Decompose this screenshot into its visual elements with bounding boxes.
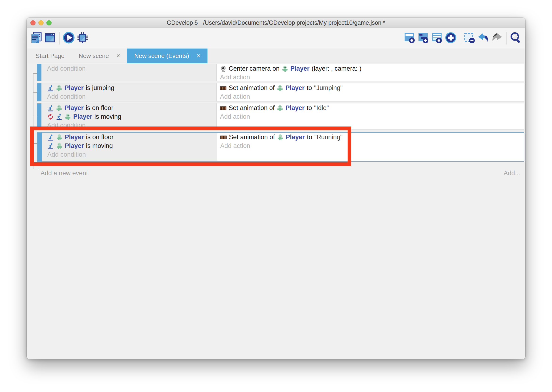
action-text: to (307, 104, 312, 112)
undo-button[interactable] (476, 31, 490, 45)
tree-line (33, 73, 37, 74)
add-condition-button[interactable]: Add condition (47, 92, 216, 101)
conditions-column: Add condition (41, 64, 217, 81)
search-button[interactable] (509, 31, 523, 45)
events-sheet: Add condition Center camera on (27, 63, 525, 359)
event-row[interactable]: Player is on floor (37, 103, 524, 130)
tab-label: New scene (79, 52, 109, 60)
add-event-button[interactable] (403, 31, 417, 45)
platformer-icon (47, 105, 54, 112)
scene-editor-icon (44, 32, 56, 45)
event-drag-handle[interactable] (37, 64, 41, 81)
platformer-icon (56, 113, 62, 120)
condition-text: is on floor (86, 104, 113, 112)
object-name: Player (290, 65, 310, 72)
project-manager-button[interactable] (29, 31, 43, 45)
events-footer: Add a new event Add... (41, 169, 520, 178)
debug-icon (76, 32, 89, 45)
toolbar-separator (59, 32, 60, 44)
event-row[interactable]: Add condition Center camera on (37, 64, 524, 81)
tab-label: New scene (Events) (134, 52, 189, 60)
add-comment-button[interactable] (430, 31, 444, 45)
toolbar-separator (460, 32, 460, 44)
tab-label: Start Page (35, 52, 64, 60)
scene-editor-button[interactable] (43, 31, 57, 45)
action-text: Set animation of (229, 104, 275, 112)
add-subevent-icon (417, 32, 429, 45)
window-title: GDevelop 5 - /Users/david/Documents/GDev… (27, 18, 525, 28)
toolbar-separator (506, 32, 507, 44)
condition-line[interactable]: Player is jumping (47, 84, 216, 92)
action-text: Center camera on (229, 65, 280, 72)
condition-text: is jumping (86, 84, 114, 92)
close-icon[interactable]: × (116, 52, 120, 60)
action-text: Set animation of (229, 84, 275, 92)
project-manager-icon (30, 32, 42, 45)
toolbar (27, 28, 525, 49)
debug-button[interactable] (76, 31, 89, 45)
object-name: Player (73, 113, 92, 120)
action-line[interactable]: Set animation of Player to "Idle" (220, 104, 524, 112)
event-drag-handle[interactable] (37, 103, 41, 129)
search-icon (510, 32, 522, 45)
player-icon (277, 105, 283, 112)
object-name: Player (285, 84, 304, 92)
add-condition-button[interactable]: Add condition (47, 64, 216, 73)
delete-selection-button[interactable] (463, 31, 476, 45)
player-icon (64, 113, 71, 120)
object-name: Player (64, 104, 84, 112)
add-action-button[interactable]: Add action (220, 112, 524, 121)
redo-icon (491, 32, 503, 45)
undo-icon (477, 32, 489, 45)
tab-start-page[interactable]: Start Page (28, 49, 72, 63)
titlebar[interactable]: GDevelop 5 - /Users/david/Documents/GDev… (27, 18, 525, 28)
tab-new-scene[interactable]: New scene × (72, 49, 127, 63)
add-more-button[interactable] (444, 31, 458, 45)
close-icon[interactable]: × (197, 52, 200, 60)
add-new-event-button[interactable]: Add a new event (41, 170, 88, 177)
object-name: Player (64, 84, 84, 92)
action-line[interactable]: Set animation of Player to "Jumpi (220, 84, 524, 92)
tree-line (33, 116, 37, 116)
condition-text: is moving (94, 113, 121, 120)
tree-line (33, 169, 39, 169)
add-circle-icon (445, 32, 457, 45)
actions-column: Center camera on Player (layer: , camera… (217, 64, 524, 81)
player-icon (56, 85, 62, 91)
action-value: "Jumping" (314, 84, 343, 92)
action-value: "Idle" (314, 104, 329, 112)
add-comment-icon (431, 32, 443, 45)
add-event-icon (404, 32, 416, 45)
platformer-icon (47, 85, 54, 91)
tab-new-scene-events[interactable]: New scene (Events) × (127, 49, 207, 63)
remove-event-icon (463, 32, 476, 45)
player-icon (56, 105, 62, 112)
player-icon (282, 65, 288, 72)
event-row[interactable]: Player is jumping Add condition Set anim (37, 83, 524, 102)
redo-button[interactable] (490, 31, 504, 45)
gdevelop-window: GDevelop 5 - /Users/david/Documents/GDev… (27, 18, 525, 359)
event-drag-handle[interactable] (37, 83, 41, 101)
player-icon (277, 85, 283, 91)
camera-icon (220, 65, 227, 72)
conditions-column: Player is jumping Add condition (41, 83, 217, 101)
condition-line[interactable]: Player is moving (47, 112, 216, 121)
add-more-button[interactable]: Add... (504, 170, 520, 177)
screen: GDevelop 5 - /Users/david/Documents/GDev… (0, 0, 552, 392)
object-name: Player (285, 104, 304, 112)
add-action-button[interactable]: Add action (220, 92, 524, 101)
play-icon (63, 32, 75, 45)
conditions-column: Player is on floor (41, 103, 217, 129)
action-params: (layer: , camera: ) (311, 65, 361, 72)
action-line[interactable]: Center camera on Player (layer: , camera… (220, 64, 524, 73)
play-button[interactable] (62, 31, 76, 45)
condition-line[interactable]: Player is on floor (47, 104, 216, 112)
add-action-button[interactable]: Add action (220, 73, 524, 82)
add-subevent-button[interactable] (417, 31, 430, 45)
tree-line (33, 92, 37, 93)
invert-icon (47, 113, 54, 120)
action-text: to (307, 84, 312, 92)
tab-bar: Start Page New scene × New scene (Events… (27, 49, 525, 63)
animation-icon (220, 85, 227, 91)
highlight-annotation (30, 126, 351, 166)
